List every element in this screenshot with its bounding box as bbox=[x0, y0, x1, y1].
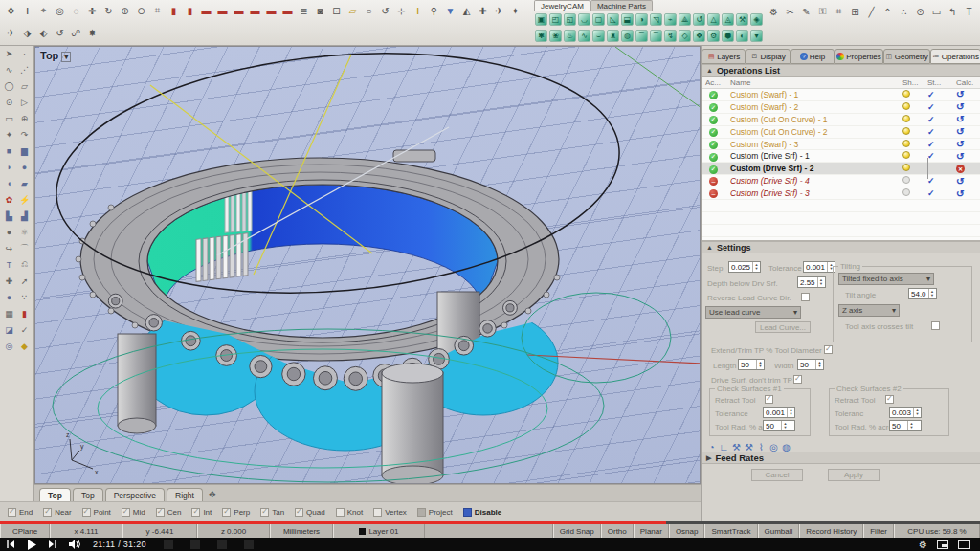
cam-tool-icon[interactable]: ⌒ bbox=[635, 30, 648, 42]
osnap-quad[interactable]: Quad bbox=[295, 508, 325, 517]
sweep-icon[interactable]: ▰ bbox=[17, 176, 32, 190]
osnap-checkbox[interactable] bbox=[373, 508, 382, 517]
disabled-icon[interactable]: – bbox=[709, 189, 718, 198]
gem-icon[interactable]: ▮ bbox=[17, 306, 32, 320]
retract2-checkbox[interactable] bbox=[885, 395, 894, 404]
line-icon[interactable]: ╱ bbox=[863, 4, 880, 19]
calc-refresh-icon[interactable]: ↺ bbox=[956, 114, 964, 124]
status-toggle-planar[interactable]: Planar bbox=[634, 524, 669, 538]
enabled-icon[interactable]: ✓ bbox=[709, 91, 718, 99]
panel-tab-geometry[interactable]: ◫Geometry bbox=[883, 49, 930, 64]
viewport-tab-perspective[interactable]: Perspective bbox=[105, 488, 165, 501]
array-icon[interactable]: ⚛ bbox=[17, 225, 32, 239]
cam-tool-icon[interactable]: ♜ bbox=[607, 30, 619, 42]
points-icon[interactable]: ∴ bbox=[896, 4, 912, 19]
lead-curve-dropdown[interactable]: Use lead curve▾ bbox=[705, 306, 801, 319]
drive-trim-checkbox[interactable] bbox=[793, 375, 802, 384]
status-toggle-gumball[interactable]: Gumball bbox=[758, 524, 800, 538]
osnap-checkbox[interactable] bbox=[260, 508, 269, 517]
add-icon[interactable]: ✚ bbox=[475, 3, 491, 18]
circle-icon[interactable]: ◯ bbox=[2, 78, 16, 93]
calc-refresh-icon[interactable]: ↺ bbox=[956, 101, 964, 112]
osnap-checkbox[interactable] bbox=[191, 508, 200, 517]
cam-tool-icon[interactable]: ◰ bbox=[549, 13, 562, 26]
osnap-checkbox[interactable] bbox=[222, 508, 231, 517]
extrude-icon[interactable]: ◗ bbox=[2, 160, 16, 174]
select-icon[interactable]: ➤ bbox=[2, 46, 16, 60]
text-icon[interactable]: T bbox=[961, 4, 977, 19]
sphere-icon[interactable]: ● bbox=[17, 160, 32, 174]
tolerance-spinner[interactable]: 0.001▲▼ bbox=[803, 261, 835, 273]
list-icon[interactable]: ≣ bbox=[296, 3, 312, 18]
cam-tool-icon[interactable]: ❖ bbox=[693, 30, 705, 42]
rectangle-icon[interactable]: ▭ bbox=[928, 4, 945, 19]
osnap-vertex[interactable]: Vertex bbox=[373, 508, 407, 517]
view-icon[interactable]: ⬖ bbox=[35, 25, 52, 40]
operation-row[interactable]: ✓Custom (Cut On Curve) - 1✓↺ bbox=[702, 114, 980, 126]
curve-tools-icon[interactable]: ↷ bbox=[17, 127, 32, 142]
apply-button[interactable]: Apply bbox=[828, 469, 880, 481]
cam-tool-icon[interactable]: ◍ bbox=[621, 30, 634, 42]
drop-tool-icon[interactable]: ▼ bbox=[442, 3, 458, 18]
shade-bulb-icon[interactable] bbox=[902, 188, 910, 196]
cam-tool-icon[interactable]: ↯ bbox=[664, 30, 677, 42]
scatter-icon[interactable]: ∵ bbox=[17, 290, 32, 304]
rectangle-icon[interactable]: ▭ bbox=[2, 111, 16, 125]
pan-icon[interactable]: ✥ bbox=[3, 3, 19, 18]
osnap-mid[interactable]: Mid bbox=[122, 508, 145, 517]
panel-icon[interactable]: ◪ bbox=[2, 322, 16, 337]
walk-icon[interactable]: ✈ bbox=[3, 25, 19, 40]
units-button[interactable]: Millimeters bbox=[270, 524, 333, 538]
width-spinner[interactable]: 50▲▼ bbox=[797, 359, 824, 370]
osnap-end[interactable]: End bbox=[8, 508, 33, 517]
viewport-tab-top[interactable]: Top bbox=[73, 488, 103, 501]
extend-checkbox[interactable] bbox=[824, 345, 833, 354]
osnap-knot[interactable]: Knot bbox=[336, 508, 363, 517]
pyramid-icon[interactable]: ◭ bbox=[458, 3, 475, 18]
car-tool-icon[interactable]: ▬ bbox=[263, 3, 279, 18]
osnap-tan[interactable]: Tan bbox=[260, 508, 284, 517]
cam-tool-icon[interactable]: ⌣ bbox=[592, 30, 605, 42]
operation-row[interactable]: ✓Custom (Cut On Curve) - 2✓↺ bbox=[702, 126, 980, 139]
operation-row[interactable]: ✓Custom (Swarf) - 2✓↺ bbox=[702, 101, 980, 114]
target-icon[interactable]: ✛ bbox=[410, 3, 426, 18]
cam-tool-icon[interactable]: ↺ bbox=[693, 13, 705, 26]
camera-icon[interactable]: ◙ bbox=[312, 3, 328, 18]
enabled-icon[interactable]: ✓ bbox=[709, 103, 718, 112]
tilting-dropdown[interactable]: Tilted fixed to axis▾ bbox=[838, 273, 934, 285]
osnap-checkbox[interactable] bbox=[43, 508, 52, 517]
operation-row[interactable]: –Custom (Drive Srf) - 4✓↺ bbox=[702, 175, 980, 187]
crosses-checkbox[interactable] bbox=[931, 321, 940, 330]
cam-tab-jewelrycam[interactable]: JewelryCAM bbox=[534, 0, 590, 11]
link-icon[interactable]: ☍ bbox=[68, 25, 84, 40]
calc-refresh-icon[interactable]: ↺ bbox=[956, 151, 964, 162]
cam-tool-icon[interactable]: ◹ bbox=[650, 13, 662, 26]
status-toggle-smarttrack[interactable]: SmartTrack bbox=[704, 524, 757, 538]
previous-button[interactable] bbox=[0, 538, 21, 551]
viewport-title[interactable]: Top▾ bbox=[40, 50, 71, 61]
status-toggle-osnap[interactable]: Osnap bbox=[669, 524, 705, 538]
theater-mode-icon[interactable] bbox=[958, 540, 970, 549]
enabled-icon[interactable]: ✓ bbox=[709, 116, 718, 124]
status-toggle-record-history[interactable]: Record History bbox=[799, 524, 863, 538]
cam-tool-icon[interactable]: △ bbox=[707, 13, 720, 26]
cam-tool-icon[interactable]: ◈ bbox=[750, 13, 763, 26]
osnap-checkbox[interactable] bbox=[82, 508, 91, 517]
cam-tool-icon[interactable]: ⌒ bbox=[650, 30, 662, 42]
circle-center-icon[interactable]: ⊙ bbox=[912, 4, 928, 19]
operation-row[interactable]: ✓Custom (Drive Srf) - 2✕ bbox=[702, 163, 980, 175]
operation-row[interactable]: –Custom (Drive Srf) - 3✓↺ bbox=[702, 187, 980, 200]
car-tool-icon[interactable]: ▬ bbox=[214, 3, 231, 18]
car-tool-icon[interactable]: ▬ bbox=[279, 3, 296, 18]
cplane-icon[interactable]: ⊹ bbox=[393, 3, 410, 18]
surface-pt-icon[interactable]: ✦ bbox=[2, 127, 16, 142]
probe-icon[interactable]: ⚲ bbox=[426, 3, 442, 18]
zoom-extents-icon[interactable]: ⌗ bbox=[149, 3, 166, 18]
car-tool-icon[interactable]: ▬ bbox=[247, 3, 263, 18]
calc-refresh-icon[interactable]: ↺ bbox=[956, 176, 964, 187]
osnap-project[interactable]: Project bbox=[417, 508, 453, 517]
car-tool-icon[interactable]: ▬ bbox=[198, 3, 214, 18]
arc-icon[interactable]: ⊙ bbox=[2, 95, 16, 109]
curve-icon[interactable]: ↰ bbox=[945, 4, 961, 19]
shade-bulb-icon[interactable] bbox=[902, 102, 910, 110]
